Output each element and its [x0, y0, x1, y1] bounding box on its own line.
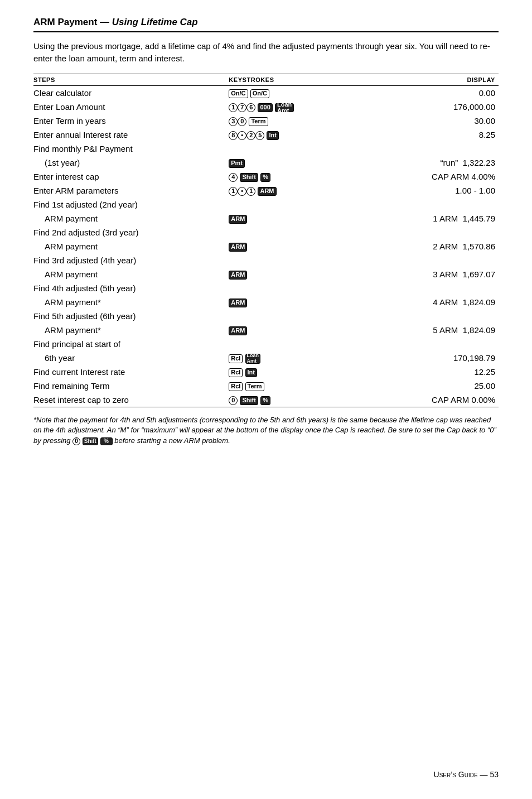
display-cell: 30.00 [405, 114, 499, 128]
footnote: *Note that the payment for 4th and 5th a… [33, 415, 499, 447]
keys-cell: ARM [229, 211, 405, 225]
step-cell: Clear calculator [33, 85, 229, 100]
key-arm: ARM [229, 215, 247, 224]
key-pct2: % [260, 396, 270, 405]
step-cell: Find 4th adjusted (5th year) [33, 281, 229, 295]
display-cell: “run” 1,322.23 [405, 156, 499, 170]
key-4: 4 [229, 173, 238, 182]
step-cell: Find principal at start of [33, 337, 229, 351]
footer-text: User’s Guide — 53 [434, 770, 499, 779]
display-cell [405, 198, 499, 211]
key-arm: ARM [229, 299, 247, 307]
keys-cell [229, 337, 405, 351]
display-value: 1,570.86 [463, 242, 495, 251]
table-row: Find 3rd adjusted (4th year) [33, 253, 499, 267]
key-arm: ARM [258, 187, 276, 196]
display-value: 8.25 [479, 130, 495, 139]
keys-cell: 30 Term [229, 114, 405, 128]
key-pmt: Pmt [229, 159, 245, 168]
display-prefix: “run” [441, 158, 463, 167]
display-value: 1,697.07 [463, 269, 495, 279]
keys-cell: 8•25 Int [229, 128, 405, 142]
step-cell: Enter annual Interest rate [33, 128, 229, 142]
step-cell: Enter ARM parameters [33, 184, 229, 198]
step-cell: Enter Term in years [33, 114, 229, 128]
table-row: Enter annual Interest rate8•25 Int8.25 [33, 128, 499, 142]
display-value: CAP ARM 0.00% [432, 395, 495, 405]
display-cell [405, 281, 499, 295]
keys-cell [229, 225, 405, 239]
key-rcl: Rcl [229, 354, 243, 363]
step-cell: Reset interest cap to zero [33, 393, 229, 407]
step-label: ARM payment [33, 269, 98, 279]
key-3: 3 [229, 117, 238, 126]
table-row: Clear calculatorOn/C On/C0.00 [33, 85, 499, 100]
col-header-display: DISPLAY [405, 74, 499, 85]
table-row: ARM paymentARM2 ARM 1,570.86 [33, 239, 499, 253]
step-cell: Find 3rd adjusted (4th year) [33, 253, 229, 267]
display-cell: 25.00 [405, 379, 499, 393]
step-cell: ARM payment [33, 239, 229, 253]
key-dot2: • [238, 187, 246, 196]
key-pct: % [260, 173, 270, 182]
display-prefix: 3 ARM [433, 269, 462, 279]
table-row: Enter Loan Amount176 000 LoanAmt176,000.… [33, 100, 499, 114]
keys-cell [229, 309, 405, 323]
key-arm: ARM [229, 271, 247, 280]
step-cell: Find 2nd adjusted (3rd year) [33, 225, 229, 239]
table-row: Find monthly P&I Payment [33, 142, 499, 156]
key-7: 7 [238, 103, 246, 112]
keys-cell: On/C On/C [229, 85, 405, 100]
keys-cell: 176 000 LoanAmt [229, 100, 405, 114]
display-cell: 1.00 - 1.00 [405, 184, 499, 198]
display-value: 1,322.23 [463, 158, 495, 167]
step-cell: ARM payment [33, 211, 229, 225]
display-cell: CAP ARM 0.00% [405, 393, 499, 407]
keys-cell: ARM [229, 267, 405, 281]
display-value: 170,198.79 [453, 353, 495, 363]
display-prefix: 1 ARM [433, 214, 462, 223]
key-shift: Shift [240, 173, 258, 182]
display-cell: 3 ARM 1,697.07 [405, 267, 499, 281]
keys-cell: ARM [229, 323, 405, 337]
key-1a: 1 [229, 187, 238, 196]
table-row: Find current Interest rateRcl Int12.25 [33, 365, 499, 379]
table-row: Find 1st adjusted (2nd year) [33, 198, 499, 211]
step-cell: Find current Interest rate [33, 365, 229, 379]
step-cell: ARM payment* [33, 323, 229, 337]
step-label: ARM payment [33, 214, 98, 223]
display-cell: 0.00 [405, 85, 499, 100]
step-cell: Find 1st adjusted (2nd year) [33, 198, 229, 211]
step-cell: Find 5th adjusted (6th year) [33, 309, 229, 323]
key-int: Int [267, 131, 278, 140]
table-row: Find principal at start of [33, 337, 499, 351]
keys-cell [229, 253, 405, 267]
key-0b: 0 [229, 396, 238, 405]
key-arm: ARM [229, 326, 247, 335]
display-value: 1,824.09 [463, 297, 495, 307]
title-text: ARM Payment — [33, 17, 112, 27]
display-cell: 4 ARM 1,824.09 [405, 295, 499, 309]
step-cell: Enter Loan Amount [33, 100, 229, 114]
keys-cell: Rcl Int [229, 365, 405, 379]
key-loan2: LoanAmt [245, 354, 261, 364]
display-cell: 170,198.79 [405, 351, 499, 365]
display-prefix: 2 ARM [433, 242, 462, 251]
step-cell: (1st year) [33, 156, 229, 170]
col-header-steps: STEPS [33, 74, 229, 85]
step-label: ARM payment* [33, 297, 101, 307]
key-term2: Term [245, 382, 264, 391]
key-8: 8 [229, 131, 238, 140]
key-1: 1 [229, 103, 238, 112]
key-000: 000 [258, 103, 272, 112]
key-1b: 1 [246, 187, 255, 196]
key-int2: Int [245, 368, 257, 377]
display-prefix: 5 ARM [433, 325, 462, 335]
key-5: 5 [255, 131, 264, 140]
step-label: (1st year) [33, 158, 80, 167]
step-cell: ARM payment* [33, 295, 229, 309]
keys-cell [229, 142, 405, 156]
key-rcl3: Rcl [229, 382, 243, 391]
table-row: Find 2nd adjusted (3rd year) [33, 225, 499, 239]
display-cell [405, 337, 499, 351]
